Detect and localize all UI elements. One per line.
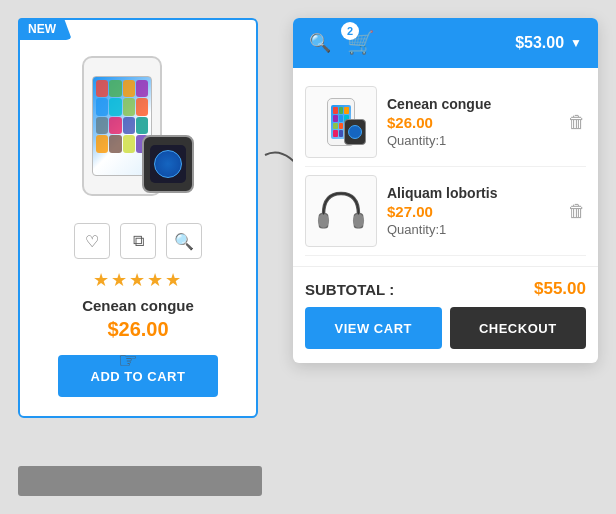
view-cart-button[interactable]: VIEW CART [305, 307, 442, 349]
cart-item-1-price: $26.00 [387, 114, 586, 131]
cart-item-2-name: Aliquam lobortis [387, 185, 586, 201]
compare-button[interactable]: ⧉ [120, 223, 156, 259]
delete-item-1-button[interactable]: 🗑 [568, 112, 586, 133]
cart-count-badge: 2 [341, 22, 359, 40]
cart-footer: VIEW CART CHECKOUT [293, 307, 598, 363]
new-badge: NEW [18, 18, 72, 40]
checkout-button[interactable]: CHECKOUT [450, 307, 587, 349]
wishlist-button[interactable]: ♡ [74, 223, 110, 259]
subtotal-amount: $55.00 [534, 279, 586, 299]
scene: NEW ♡ ⧉ 🔍 ★★★★★ Cenean congue [0, 0, 616, 514]
cart-item-1-name: Cenean congue [387, 96, 586, 112]
watch-image [142, 135, 194, 193]
search-button[interactable]: 🔍 [309, 32, 331, 54]
subtotal-label: SUBTOTAL : [305, 281, 394, 298]
product-image-area [32, 38, 244, 213]
cart-total-label: $53.00 [515, 34, 564, 52]
quickview-button[interactable]: 🔍 [166, 223, 202, 259]
cart-item-2-price: $27.00 [387, 203, 586, 220]
svg-point-4 [353, 214, 364, 228]
product-card: NEW ♡ ⧉ 🔍 ★★★★★ Cenean congue [18, 18, 258, 418]
bottom-bar [18, 466, 262, 496]
cart-items-list: Cenean congue $26.00 Quantity:1 🗑 [293, 68, 598, 266]
cart-item-2-qty: Quantity:1 [387, 222, 586, 237]
cart-badge-area[interactable]: 2 🛒 [347, 30, 374, 56]
small-watch-icon [344, 119, 366, 145]
svg-point-3 [318, 214, 329, 228]
product-name: Cenean congue [82, 297, 194, 314]
cart-item-2-info: Aliquam lobortis $27.00 Quantity:1 [387, 185, 586, 237]
add-to-cart-button[interactable]: ADD TO CART [58, 355, 218, 397]
cart-item: Cenean congue $26.00 Quantity:1 🗑 [305, 78, 586, 167]
delete-item-2-button[interactable]: 🗑 [568, 201, 586, 222]
cart-total-area[interactable]: $53.00 ▼ [515, 34, 582, 52]
cart-header: 🔍 2 🛒 $53.00 ▼ [293, 18, 598, 68]
cart-item-1-qty: Quantity:1 [387, 133, 586, 148]
product-price: $26.00 [107, 318, 168, 341]
headphones-icon [313, 183, 369, 239]
product-actions: ♡ ⧉ 🔍 [74, 223, 202, 259]
dropdown-arrow-icon: ▼ [570, 36, 582, 50]
product-stars: ★★★★★ [93, 269, 183, 291]
cart-item: Aliquam lobortis $27.00 Quantity:1 🗑 [305, 167, 586, 256]
subtotal-row: SUBTOTAL : $55.00 [293, 266, 598, 307]
cart-item-image-phone [305, 86, 377, 158]
cart-item-1-info: Cenean congue $26.00 Quantity:1 [387, 96, 586, 148]
cart-item-image-headphones [305, 175, 377, 247]
cart-dropdown: 🔍 2 🛒 $53.00 ▼ [293, 18, 598, 363]
cart-header-left: 🔍 2 🛒 [309, 30, 374, 56]
cursor-hand-icon: ☞ [118, 348, 138, 374]
